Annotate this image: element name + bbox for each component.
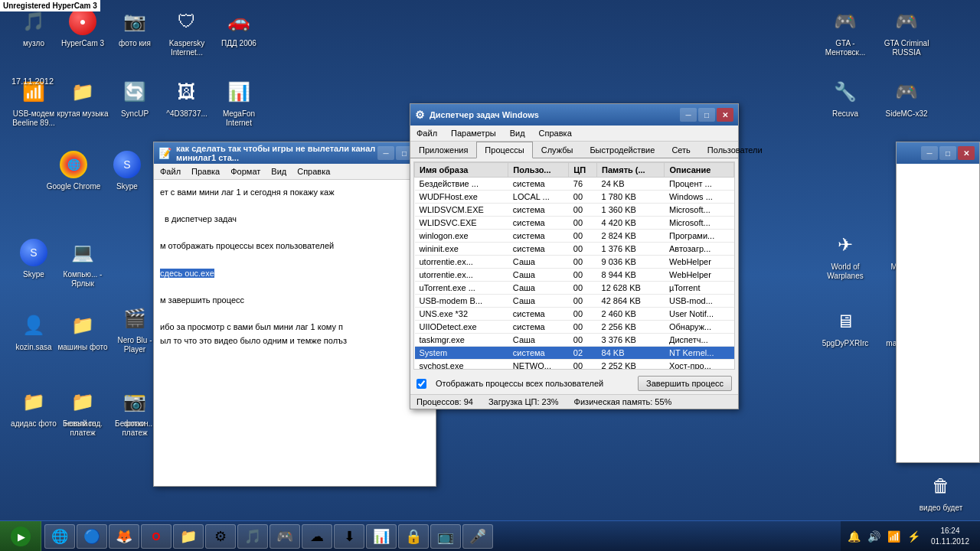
taskbar-item-opera[interactable]: O [141, 524, 172, 549]
desktop-icon-noviy-god[interactable]: 📁 новый год [55, 386, 110, 429]
desktop-icon-mashiny[interactable]: 📁 машины фото [55, 310, 110, 352]
desktop-icon-warplanes[interactable]: ✈ World of Warplanes [818, 230, 873, 281]
desktop-icon-5pg[interactable]: 📁 адидас фото [6, 386, 61, 429]
notepad-menu-help[interactable]: Справка [294, 165, 333, 178]
desktop-icon-recuva[interactable]: 🔧 Recuva [818, 77, 873, 119]
table-row[interactable]: utorrentie.ex... Саша 00 9 036 KB WebHel… [415, 256, 734, 269]
show-all-checkbox[interactable] [416, 379, 426, 389]
hypercam-watermark: Unregistered HyperCam 3 [0, 0, 100, 11]
taskbar-item-mic[interactable]: 🎤 [462, 524, 493, 549]
taskman-menu-view[interactable]: Вид [507, 127, 528, 139]
desktop-icon-megafon[interactable]: 📊 MegaFon Internet [211, 77, 266, 128]
taskbar-item-settings[interactable]: ⚙ [205, 524, 236, 549]
notepad-menu-file[interactable]: Файл [157, 165, 184, 178]
tray-icon-1[interactable]: 🔔 [847, 529, 862, 544]
tab-users[interactable]: Пользователи [699, 142, 771, 158]
col-user[interactable]: Пользо... [508, 163, 569, 178]
desktop-icon-chrome[interactable]: 🌐 Google Chrome [46, 149, 101, 191]
taskmanager-close[interactable]: ✕ [717, 108, 733, 122]
table-row[interactable]: svchost.exe NETWO... 00 2 252 KB Хост-пр… [415, 360, 734, 370]
desktop-icon-kozin[interactable]: 👤 kozin.sasa [6, 310, 61, 352]
taskbar-item-download[interactable]: ⬇ [334, 524, 364, 549]
proc-memory: 12 628 KB [597, 282, 665, 295]
desktop-icon-syncup[interactable]: 🔄 SyncUP [107, 77, 162, 119]
desktop-icon-pdd[interactable]: 🚗 ПДД 2006 [211, 6, 266, 48]
desktop-icon-korzina[interactable]: 🗑 видео будет [913, 471, 969, 513]
proc-cpu: 00 [569, 295, 597, 308]
end-process-button[interactable]: Завершить процесс [638, 376, 732, 391]
notepad-menu-edit[interactable]: Правка [188, 165, 223, 178]
desktop-icon-kaspersky[interactable]: 🛡 Kaspersky Internet... [159, 6, 214, 57]
right-window-close[interactable]: ✕ [958, 146, 975, 160]
tab-performance[interactable]: Быстродействие [581, 142, 663, 158]
right-window-titlebar[interactable]: ─ □ ✕ [897, 142, 979, 164]
taskbar-item-video[interactable]: 📺 [430, 524, 461, 549]
taskbar-item-firefox[interactable]: 🦊 [109, 524, 139, 549]
taskbar-item-chrome[interactable]: 🔵 [77, 524, 107, 549]
taskmanager-maximize[interactable]: □ [698, 108, 715, 122]
taskbar-item-media[interactable]: 🎵 [237, 524, 268, 549]
desktop-icon-gta-mentovsk[interactable]: 🎮 GTA - Ментовск... [818, 6, 873, 57]
desktop-icon-gta-criminal[interactable]: 🎮 GTA Criminal RUSSIA [879, 6, 934, 57]
desktop-icon-foto[interactable]: 📷 фото кия [107, 6, 162, 48]
tab-processes[interactable]: Процессы [476, 142, 532, 158]
tab-network[interactable]: Сеть [663, 142, 698, 158]
desktop-icon-skype2[interactable]: S Skype [6, 237, 61, 279]
col-name[interactable]: Имя образа [415, 163, 508, 178]
taskbar: ▶ 🌐 🔵 🦊 O 📁 ⚙ 🎵 🎮 ☁ ⬇ 📊 🔒 📺 🎤 🔔 🔊 📶 ⚡ [0, 520, 980, 551]
table-row[interactable]: taskmgr.exe Саша 00 3 376 KB Диспетч... [415, 334, 734, 347]
taskbar-item-security[interactable]: 🔒 [398, 524, 429, 549]
notepad-menu-format[interactable]: Формат [227, 165, 263, 178]
taskbar-item-windows[interactable]: 🌐 [44, 524, 75, 549]
taskmanager-minimize[interactable]: ─ [680, 108, 697, 122]
proc-name: winlogon.exe [415, 230, 508, 243]
right-window-minimize[interactable]: ─ [921, 146, 938, 160]
taskbar-item-chart[interactable]: 📊 [366, 524, 397, 549]
notepad-content[interactable]: ет с вами мини лаг 1 и сегодня я покажу … [154, 180, 436, 486]
table-row[interactable]: UIIODetect.exe система 00 2 256 KB Обнар… [415, 321, 734, 334]
table-row[interactable]: uTorrent.exe ... Саша 00 12 628 KB µTorr… [415, 282, 734, 295]
notepad-minimize[interactable]: ─ [377, 146, 394, 160]
table-row[interactable]: Бездействие ... система 76 24 KB Процент… [415, 178, 734, 191]
notepad-titlebar[interactable]: 📝 как сделать так чтобы игры не вылетали… [154, 142, 436, 164]
desktop-icon-sidemc[interactable]: 🎮 SideMC-x32 [879, 77, 934, 119]
table-row[interactable]: USB-modem B... Саша 00 42 864 KB USB-mod… [415, 295, 734, 308]
table-row[interactable]: utorrentie.ex... Саша 00 8 944 KB WebHel… [415, 269, 734, 282]
process-table-container[interactable]: Имя образа Пользо... ЦП Память (... Опис… [414, 162, 734, 369]
tab-services[interactable]: Службы [533, 142, 582, 158]
tray-icon-4[interactable]: ⚡ [906, 529, 922, 544]
desktop-icon-kompyuter[interactable]: 💻 Компью... - Ярлык [55, 237, 110, 289]
tray-icon-3[interactable]: 📶 [887, 529, 902, 544]
desktop-icon-main-iscor[interactable]: 🖥 5pgDyPXRIrc [818, 306, 873, 348]
desktop-icon-muzlo[interactable]: 🎵 музло [6, 6, 61, 48]
table-row[interactable]: wininit.exe система 00 1 376 KB Автозагр… [415, 243, 734, 256]
taskmanager-footer: Отображать процессы всех пользователей З… [410, 373, 738, 394]
table-row[interactable]: UNS.exe *32 система 00 2 460 KB User Not… [415, 308, 734, 321]
proc-memory: 4 420 KB [597, 217, 665, 230]
col-desc[interactable]: Описание [665, 163, 734, 178]
taskman-menu-help[interactable]: Справка [536, 127, 575, 139]
desktop-icon-skype[interactable]: S Skype [100, 149, 155, 191]
start-button[interactable]: ▶ [0, 521, 41, 552]
tray-icon-2[interactable]: 🔊 [867, 529, 882, 544]
table-row[interactable]: WUDFHost.exe LOCAL ... 00 1 780 KB Windo… [415, 191, 734, 204]
taskbar-item-game1[interactable]: 🎮 [270, 524, 300, 549]
table-row[interactable]: winlogon.exe система 00 2 824 KB Програм… [415, 230, 734, 243]
taskbar-clock[interactable]: 16:24 01.11.2012 [926, 526, 974, 547]
notepad-menu-view[interactable]: Вид [268, 165, 289, 178]
taskman-menu-file[interactable]: Файл [413, 127, 440, 139]
table-row[interactable]: WLIDSVC.EXE система 00 4 420 KB Microsof… [415, 217, 734, 230]
col-memory[interactable]: Память (... [597, 163, 665, 178]
table-row[interactable]: WLIDSVCM.EXE система 00 1 360 KB Microso… [415, 204, 734, 217]
table-row[interactable]: System система 02 84 KB NT Kernel... [415, 347, 734, 360]
right-window-maximize[interactable]: □ [939, 146, 956, 160]
desktop-icon-krutaya[interactable]: 📁 крутая музыка [55, 77, 110, 119]
taskman-menu-params[interactable]: Параметры [448, 127, 499, 139]
col-cpu[interactable]: ЦП [569, 163, 597, 178]
desktop-icon-hypercam[interactable]: ● HyperCam 3 [55, 6, 110, 48]
taskmanager-titlebar[interactable]: ⚙ Диспетчер задач Windows ─ □ ✕ [410, 104, 738, 126]
taskbar-item-explorer[interactable]: 📁 [173, 524, 204, 549]
desktop-icon-4d3[interactable]: 🖼 ^4D38737... [159, 77, 214, 119]
taskbar-item-cloud[interactable]: ☁ [302, 524, 332, 549]
tab-apps[interactable]: Приложения [410, 142, 476, 158]
